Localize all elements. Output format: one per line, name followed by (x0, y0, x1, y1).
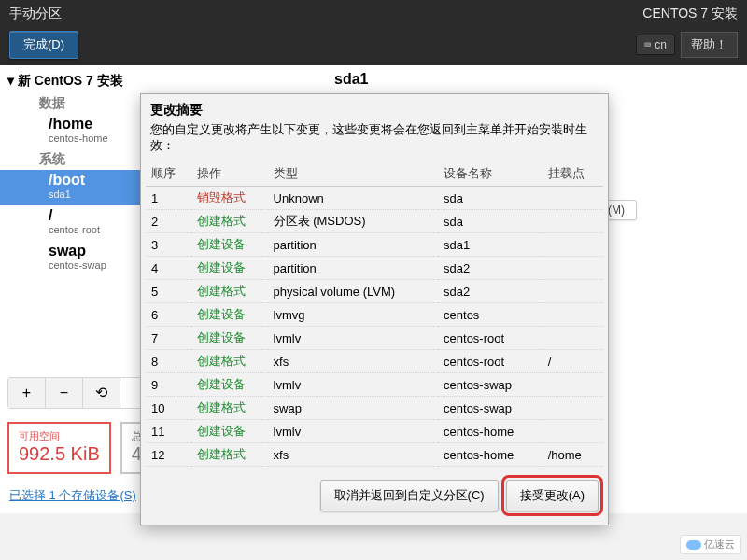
table-row[interactable]: 4创建设备partitionsda2 (146, 257, 603, 280)
keyboard-indicator[interactable]: ⌨ cn (636, 35, 675, 55)
cell-mount (543, 303, 603, 327)
help-button[interactable]: 帮助！ (681, 32, 738, 58)
cell-mount (543, 210, 603, 233)
cell-device: centos (438, 303, 543, 327)
cell-order: 7 (146, 327, 191, 350)
table-row[interactable]: 3创建设备partitionsda1 (146, 233, 603, 257)
cell-operation: 创建格式 (191, 210, 268, 233)
cell-order: 3 (146, 233, 191, 257)
table-row[interactable]: 1销毁格式Unknownsda (146, 187, 603, 210)
cell-operation: 创建格式 (191, 443, 268, 467)
keyboard-layout: cn (655, 38, 667, 51)
cell-operation: 创建设备 (191, 303, 268, 327)
cell-type: physical volume (LVM) (268, 280, 438, 303)
col-operation[interactable]: 操作 (191, 161, 268, 187)
cell-order: 2 (146, 210, 191, 233)
table-row[interactable]: 5创建格式physical volume (LVM)sda2 (146, 280, 603, 303)
cell-type: lvmlv (268, 327, 438, 350)
cell-order: 1 (146, 187, 191, 210)
cell-device: centos-root (438, 327, 543, 350)
cancel-button[interactable]: 取消并返回到自定义分区(C) (320, 480, 499, 511)
dialog-subtitle: 您的自定义更改将产生以下变更，这些变更将会在您返回到主菜单并开始安装时生效： (141, 120, 608, 161)
cell-order: 12 (146, 443, 191, 467)
reload-partition-button[interactable]: ⟲ (83, 378, 120, 408)
cell-mount (543, 397, 603, 420)
cell-order: 6 (146, 303, 191, 327)
cell-order: 10 (146, 397, 191, 420)
cell-order: 9 (146, 373, 191, 397)
cell-type: lvmlv (268, 373, 438, 397)
cell-device: centos-root (438, 350, 543, 373)
top-bar: 手动分区 CENTOS 7 安装 (0, 0, 747, 28)
cell-mount (543, 420, 603, 443)
col-type[interactable]: 类型 (268, 161, 438, 187)
keyboard-icon: ⌨ (644, 38, 651, 51)
cell-mount (543, 327, 603, 350)
cell-device: centos-swap (438, 397, 543, 420)
cell-mount: / (543, 350, 603, 373)
cloud-icon (686, 540, 701, 550)
dialog-title: 更改摘要 (141, 94, 608, 120)
table-row[interactable]: 8创建格式xfscentos-root/ (146, 350, 603, 373)
changes-table: 顺序 操作 类型 设备名称 挂载点 1销毁格式Unknownsda2创建格式分区… (146, 161, 603, 467)
cell-order: 5 (146, 280, 191, 303)
cell-device: centos-swap (438, 373, 543, 397)
table-header-row: 顺序 操作 类型 设备名称 挂载点 (146, 161, 603, 187)
cell-type: lvmlv (268, 420, 438, 443)
available-space-value: 992.5 KiB (19, 443, 100, 465)
cell-operation: 创建设备 (191, 327, 268, 350)
table-row[interactable]: 7创建设备lvmlvcentos-root (146, 327, 603, 350)
cell-device: centos-home (438, 420, 543, 443)
watermark-text: 亿速云 (704, 538, 735, 552)
cell-operation: 创建格式 (191, 397, 268, 420)
remove-partition-button[interactable]: − (46, 378, 83, 408)
col-order[interactable]: 顺序 (146, 161, 191, 187)
table-row[interactable]: 11创建设备lvmlvcentos-home (146, 420, 603, 443)
table-row[interactable]: 12创建格式xfscentos-home/home (146, 443, 603, 467)
cell-mount (543, 187, 603, 210)
cell-operation: 创建格式 (191, 280, 268, 303)
cell-operation: 销毁格式 (191, 187, 268, 210)
cell-type: swap (268, 397, 438, 420)
cell-device: sda2 (438, 257, 543, 280)
cell-order: 11 (146, 420, 191, 443)
table-row[interactable]: 6创建设备lvmvgcentos (146, 303, 603, 327)
accept-button[interactable]: 接受更改(A) (506, 480, 599, 511)
cell-order: 4 (146, 257, 191, 280)
device-title: sda1 (334, 71, 738, 88)
cell-operation: 创建设备 (191, 373, 268, 397)
toolbar-row: 完成(D) ⌨ cn 帮助！ (0, 28, 747, 65)
add-partition-button[interactable]: + (8, 378, 46, 408)
cell-device: sda2 (438, 280, 543, 303)
dialog-buttons: 取消并返回到自定义分区(C) 接受更改(A) (141, 467, 608, 525)
changes-summary-dialog: 更改摘要 您的自定义更改将产生以下变更，这些变更将会在您返回到主菜单并开始安装时… (140, 93, 609, 525)
cell-mount (543, 280, 603, 303)
table-row[interactable]: 9创建设备lvmlvcentos-swap (146, 373, 603, 397)
table-row[interactable]: 2创建格式分区表 (MSDOS)sda (146, 210, 603, 233)
table-row[interactable]: 10创建格式swapcentos-swap (146, 397, 603, 420)
cell-mount (543, 257, 603, 280)
install-tree-header[interactable]: 新 CentOS 7 安装 (0, 65, 324, 93)
cell-operation: 创建设备 (191, 257, 268, 280)
cell-mount (543, 233, 603, 257)
cell-device: sda (438, 210, 543, 233)
cell-mount (543, 373, 603, 397)
installer-title: CENTOS 7 安装 (642, 6, 738, 22)
cell-type: partition (268, 257, 438, 280)
cell-type: Unknown (268, 187, 438, 210)
cell-operation: 创建设备 (191, 233, 268, 257)
done-button[interactable]: 完成(D) (9, 31, 78, 59)
cell-operation: 创建设备 (191, 420, 268, 443)
cell-order: 8 (146, 350, 191, 373)
cell-operation: 创建格式 (191, 350, 268, 373)
cell-device: sda1 (438, 233, 543, 257)
cell-type: xfs (268, 443, 438, 467)
cell-mount: /home (543, 443, 603, 467)
col-device[interactable]: 设备名称 (438, 161, 543, 187)
cell-type: partition (268, 233, 438, 257)
watermark-logo: 亿速云 (680, 535, 741, 554)
available-space-card: 可用空间 992.5 KiB (7, 422, 111, 474)
available-space-label: 可用空间 (19, 429, 100, 443)
col-mount[interactable]: 挂载点 (543, 161, 603, 187)
screen-title: 手动分区 (9, 6, 62, 22)
